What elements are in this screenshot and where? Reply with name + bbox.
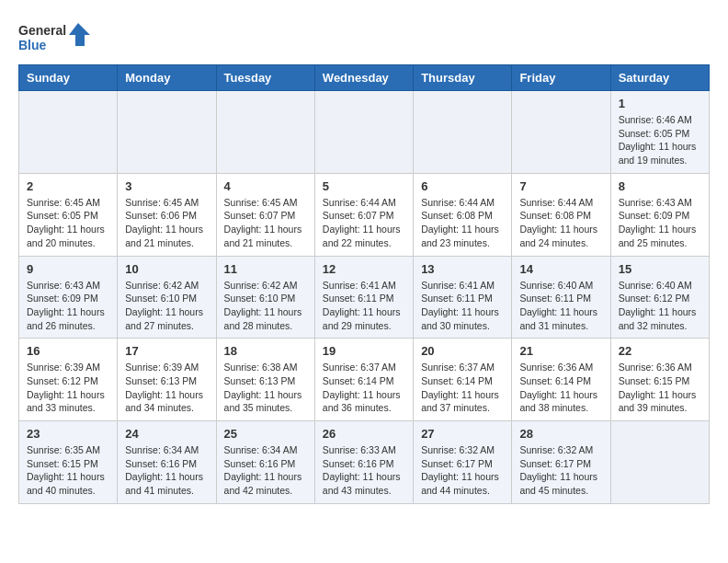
calendar-cell: 20Sunrise: 6:37 AM Sunset: 6:14 PM Dayli… xyxy=(414,339,512,421)
calendar-cell xyxy=(414,91,512,174)
day-number: 2 xyxy=(27,179,109,193)
day-number: 7 xyxy=(519,179,602,193)
day-info: Sunrise: 6:40 AM Sunset: 6:11 PM Dayligh… xyxy=(519,279,602,333)
week-row-4: 16Sunrise: 6:39 AM Sunset: 6:12 PM Dayli… xyxy=(19,339,710,421)
weekday-header-row: SundayMondayTuesdayWednesdayThursdayFrid… xyxy=(19,65,710,91)
day-info: Sunrise: 6:35 AM Sunset: 6:15 PM Dayligh… xyxy=(27,443,109,498)
calendar-cell xyxy=(19,91,118,174)
day-number: 16 xyxy=(27,344,109,358)
calendar-cell: 17Sunrise: 6:39 AM Sunset: 6:13 PM Dayli… xyxy=(118,339,216,421)
calendar-cell: 7Sunrise: 6:44 AM Sunset: 6:08 PM Daylig… xyxy=(512,173,610,256)
calendar-cell: 12Sunrise: 6:41 AM Sunset: 6:11 PM Dayli… xyxy=(314,256,413,339)
day-info: Sunrise: 6:34 AM Sunset: 6:16 PM Dayligh… xyxy=(125,443,208,498)
week-row-5: 23Sunrise: 6:35 AM Sunset: 6:15 PM Dayli… xyxy=(19,421,710,504)
day-number: 8 xyxy=(619,179,701,193)
day-info: Sunrise: 6:39 AM Sunset: 6:12 PM Dayligh… xyxy=(27,361,109,415)
day-number: 15 xyxy=(619,262,701,276)
day-number: 11 xyxy=(224,262,307,276)
weekday-saturday: Saturday xyxy=(610,65,709,91)
day-number: 21 xyxy=(519,344,602,358)
calendar-cell xyxy=(512,91,610,174)
day-info: Sunrise: 6:37 AM Sunset: 6:14 PM Dayligh… xyxy=(421,361,504,415)
calendar-cell: 6Sunrise: 6:44 AM Sunset: 6:08 PM Daylig… xyxy=(414,173,512,256)
day-info: Sunrise: 6:37 AM Sunset: 6:14 PM Dayligh… xyxy=(323,361,405,415)
day-number: 26 xyxy=(323,427,405,441)
calendar-cell: 26Sunrise: 6:33 AM Sunset: 6:16 PM Dayli… xyxy=(314,421,413,504)
day-number: 6 xyxy=(421,179,504,193)
calendar-cell: 23Sunrise: 6:35 AM Sunset: 6:15 PM Dayli… xyxy=(19,421,118,504)
calendar-cell xyxy=(314,91,413,174)
calendar-cell: 25Sunrise: 6:34 AM Sunset: 6:16 PM Dayli… xyxy=(216,421,314,504)
calendar-cell: 9Sunrise: 6:43 AM Sunset: 6:09 PM Daylig… xyxy=(19,256,118,339)
calendar-cell: 4Sunrise: 6:45 AM Sunset: 6:07 PM Daylig… xyxy=(216,173,314,256)
day-number: 20 xyxy=(421,344,504,358)
day-info: Sunrise: 6:43 AM Sunset: 6:09 PM Dayligh… xyxy=(27,279,109,333)
day-number: 4 xyxy=(224,179,307,193)
day-info: Sunrise: 6:41 AM Sunset: 6:11 PM Dayligh… xyxy=(421,279,504,333)
weekday-tuesday: Tuesday xyxy=(216,65,314,91)
calendar-table: SundayMondayTuesdayWednesdayThursdayFrid… xyxy=(18,64,710,504)
day-number: 19 xyxy=(323,344,405,358)
day-info: Sunrise: 6:36 AM Sunset: 6:15 PM Dayligh… xyxy=(619,361,701,415)
logo: GeneralBlue xyxy=(18,18,92,55)
day-info: Sunrise: 6:44 AM Sunset: 6:07 PM Dayligh… xyxy=(323,196,405,250)
svg-text:Blue: Blue xyxy=(18,38,47,52)
calendar-cell: 13Sunrise: 6:41 AM Sunset: 6:11 PM Dayli… xyxy=(414,256,512,339)
day-info: Sunrise: 6:32 AM Sunset: 6:17 PM Dayligh… xyxy=(519,443,602,498)
weekday-monday: Monday xyxy=(118,65,216,91)
calendar-cell: 21Sunrise: 6:36 AM Sunset: 6:14 PM Dayli… xyxy=(512,339,610,421)
day-info: Sunrise: 6:45 AM Sunset: 6:06 PM Dayligh… xyxy=(125,196,208,250)
day-info: Sunrise: 6:40 AM Sunset: 6:12 PM Dayligh… xyxy=(619,279,701,333)
calendar-cell: 27Sunrise: 6:32 AM Sunset: 6:17 PM Dayli… xyxy=(414,421,512,504)
day-info: Sunrise: 6:34 AM Sunset: 6:16 PM Dayligh… xyxy=(224,443,307,498)
weekday-friday: Friday xyxy=(512,65,610,91)
weekday-sunday: Sunday xyxy=(19,65,118,91)
calendar-cell: 28Sunrise: 6:32 AM Sunset: 6:17 PM Dayli… xyxy=(512,421,610,504)
day-info: Sunrise: 6:33 AM Sunset: 6:16 PM Dayligh… xyxy=(323,443,405,498)
day-info: Sunrise: 6:42 AM Sunset: 6:10 PM Dayligh… xyxy=(125,279,208,333)
day-info: Sunrise: 6:45 AM Sunset: 6:05 PM Dayligh… xyxy=(27,196,109,250)
day-number: 10 xyxy=(125,262,208,276)
calendar-cell: 8Sunrise: 6:43 AM Sunset: 6:09 PM Daylig… xyxy=(610,173,709,256)
day-number: 5 xyxy=(323,179,405,193)
day-number: 17 xyxy=(125,344,208,358)
day-info: Sunrise: 6:45 AM Sunset: 6:07 PM Dayligh… xyxy=(224,196,307,250)
calendar-cell xyxy=(216,91,314,174)
svg-text:General: General xyxy=(18,23,66,38)
calendar-cell xyxy=(610,421,709,504)
week-row-2: 2Sunrise: 6:45 AM Sunset: 6:05 PM Daylig… xyxy=(19,173,710,256)
day-number: 28 xyxy=(519,427,602,441)
calendar-cell: 24Sunrise: 6:34 AM Sunset: 6:16 PM Dayli… xyxy=(118,421,216,504)
day-number: 1 xyxy=(619,97,701,110)
calendar-cell: 14Sunrise: 6:40 AM Sunset: 6:11 PM Dayli… xyxy=(512,256,610,339)
day-number: 27 xyxy=(421,427,504,441)
day-info: Sunrise: 6:41 AM Sunset: 6:11 PM Dayligh… xyxy=(323,279,405,333)
day-number: 24 xyxy=(125,427,208,441)
calendar-cell: 3Sunrise: 6:45 AM Sunset: 6:06 PM Daylig… xyxy=(118,173,216,256)
day-number: 12 xyxy=(323,262,405,276)
calendar-cell: 2Sunrise: 6:45 AM Sunset: 6:05 PM Daylig… xyxy=(19,173,118,256)
page-header: GeneralBlue xyxy=(18,18,710,55)
calendar-cell xyxy=(118,91,216,174)
calendar-cell: 22Sunrise: 6:36 AM Sunset: 6:15 PM Dayli… xyxy=(610,339,709,421)
day-info: Sunrise: 6:32 AM Sunset: 6:17 PM Dayligh… xyxy=(421,443,504,498)
week-row-3: 9Sunrise: 6:43 AM Sunset: 6:09 PM Daylig… xyxy=(19,256,710,339)
day-info: Sunrise: 6:42 AM Sunset: 6:10 PM Dayligh… xyxy=(224,279,307,333)
calendar-cell: 1Sunrise: 6:46 AM Sunset: 6:05 PM Daylig… xyxy=(610,91,709,174)
calendar-cell: 15Sunrise: 6:40 AM Sunset: 6:12 PM Dayli… xyxy=(610,256,709,339)
week-row-1: 1Sunrise: 6:46 AM Sunset: 6:05 PM Daylig… xyxy=(19,91,710,174)
day-info: Sunrise: 6:44 AM Sunset: 6:08 PM Dayligh… xyxy=(421,196,504,250)
day-number: 22 xyxy=(619,344,701,358)
day-number: 23 xyxy=(27,427,109,441)
weekday-thursday: Thursday xyxy=(414,65,512,91)
calendar-cell: 19Sunrise: 6:37 AM Sunset: 6:14 PM Dayli… xyxy=(314,339,413,421)
calendar-cell: 5Sunrise: 6:44 AM Sunset: 6:07 PM Daylig… xyxy=(314,173,413,256)
day-info: Sunrise: 6:46 AM Sunset: 6:05 PM Dayligh… xyxy=(619,113,701,167)
day-number: 14 xyxy=(519,262,602,276)
day-number: 9 xyxy=(27,262,109,276)
calendar-cell: 16Sunrise: 6:39 AM Sunset: 6:12 PM Dayli… xyxy=(19,339,118,421)
calendar-cell: 10Sunrise: 6:42 AM Sunset: 6:10 PM Dayli… xyxy=(118,256,216,339)
day-info: Sunrise: 6:44 AM Sunset: 6:08 PM Dayligh… xyxy=(519,196,602,250)
day-info: Sunrise: 6:38 AM Sunset: 6:13 PM Dayligh… xyxy=(224,361,307,415)
day-info: Sunrise: 6:36 AM Sunset: 6:14 PM Dayligh… xyxy=(519,361,602,415)
